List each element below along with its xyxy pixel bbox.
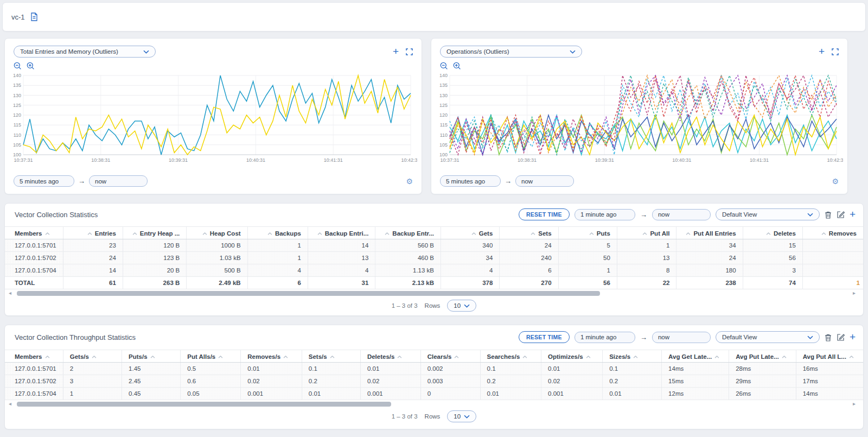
gear-icon[interactable]: ⚙	[832, 177, 839, 186]
chart-canvas-entries-memory[interactable]: 10:37:3110:38:3110:39:3110:40:3110:41:31…	[8, 72, 416, 167]
column-header[interactable]: Puts/s	[122, 350, 181, 363]
chevron-down-icon	[807, 335, 813, 339]
time-from-input[interactable]: 5 minutes ago	[440, 175, 501, 187]
expand-icon[interactable]	[832, 48, 839, 55]
column-header[interactable]: Backup Entri...	[308, 227, 375, 239]
zoom-in-icon[interactable]	[453, 62, 461, 70]
column-header[interactable]: Gets/s	[63, 350, 122, 363]
column-header[interactable]: Members	[5, 227, 63, 239]
scrollbar-thumb[interactable]	[17, 402, 391, 407]
scroll-left-icon[interactable]: ◂	[9, 290, 11, 296]
edit-view-icon[interactable]	[837, 333, 845, 341]
column-header-label: Sets	[538, 230, 551, 237]
time-to-input[interactable]: now	[89, 175, 148, 187]
chart-canvas-operations[interactable]: 10:37:3110:38:3110:39:3110:40:3110:41:31…	[435, 72, 842, 167]
table-cell: 26ms	[729, 388, 796, 400]
time-to-input[interactable]: now	[515, 175, 574, 187]
metric-select-value: Total Entries and Memory (Outliers)	[20, 48, 118, 55]
time-to-input[interactable]: now	[652, 332, 711, 343]
table-cell: 15	[743, 239, 802, 252]
view-select[interactable]: Default View	[716, 208, 820, 220]
column-header[interactable]: Put All Entries	[676, 227, 743, 239]
time-from-input[interactable]: 5 minutes ago	[14, 175, 74, 187]
table-cell: 2.13 kB	[375, 277, 441, 289]
delete-view-icon[interactable]	[825, 333, 832, 341]
svg-text:10:40:31: 10:40:31	[672, 157, 691, 163]
add-table-button[interactable]: +	[850, 333, 856, 341]
column-header[interactable]: Avg Put All L...	[796, 350, 863, 363]
column-header[interactable]: Optimizes/s	[541, 350, 603, 363]
sort-caret-icon	[330, 353, 335, 359]
sort-caret-icon	[92, 353, 97, 359]
metric-select[interactable]: Operations/s (Outliers)	[440, 46, 582, 58]
column-header[interactable]: Members	[5, 350, 63, 363]
column-header[interactable]: Put All	[617, 227, 676, 239]
table-cell: 127.0.0.1:5702	[5, 252, 63, 264]
zoom-in-icon[interactable]	[27, 62, 35, 70]
table-header-row: MembersEntriesEntry Heap ...Heap CostBac…	[5, 227, 863, 239]
zoom-out-icon[interactable]	[14, 62, 22, 70]
zoom-out-icon[interactable]	[440, 62, 448, 70]
table-cell: 340	[441, 239, 500, 252]
scroll-left-icon[interactable]: ◂	[9, 401, 11, 407]
sort-caret-icon	[821, 230, 826, 236]
column-header[interactable]: Deletes	[743, 227, 802, 239]
column-header[interactable]: Backup Entr...	[375, 227, 441, 239]
expand-icon[interactable]	[406, 48, 413, 55]
scrollbar-thumb[interactable]	[17, 291, 600, 296]
time-from-input[interactable]: 1 minute ago	[575, 209, 635, 220]
edit-view-icon[interactable]	[837, 211, 845, 219]
view-select[interactable]: Default View	[716, 331, 820, 343]
column-header[interactable]: Sets	[500, 227, 558, 239]
column-header[interactable]: Avg Get Late...	[662, 350, 729, 363]
table-title: Vector Collection Statistics	[15, 211, 98, 219]
column-header-label: Backup Entr...	[392, 230, 434, 237]
table-cell: 6	[247, 277, 308, 289]
column-header[interactable]: Avg Put Late...	[729, 350, 796, 363]
column-header[interactable]: Heap Cost	[187, 227, 247, 239]
table-cell: 14	[63, 264, 123, 277]
table-cell: 4	[247, 264, 308, 277]
table-cell: 24	[500, 239, 558, 252]
reset-time-button[interactable]: RESET TIME	[519, 331, 570, 343]
table-row: 127.0.0.1:570410.450.050.0010.010.00100.…	[5, 388, 863, 400]
column-header-label: Gets	[479, 230, 493, 237]
gear-icon[interactable]: ⚙	[406, 177, 413, 186]
column-header[interactable]: Deletes/s	[360, 350, 420, 363]
column-header[interactable]: Entries	[63, 227, 123, 239]
table-cell: 1.45	[122, 363, 181, 375]
column-header[interactable]: Searches/s	[480, 350, 541, 363]
page-size-select[interactable]: 10	[447, 410, 476, 422]
column-header[interactable]: Clears/s	[420, 350, 480, 363]
table-cell: 14	[308, 239, 375, 252]
time-to-input[interactable]: now	[652, 209, 711, 220]
add-chart-button[interactable]: +	[393, 48, 399, 55]
sort-caret-icon	[642, 230, 647, 236]
scroll-right-icon[interactable]: ▸	[853, 401, 856, 407]
time-from-input[interactable]: 1 minute ago	[575, 332, 635, 343]
table-cell: 0.02	[241, 375, 302, 388]
add-table-button[interactable]: +	[850, 211, 856, 218]
column-header[interactable]: Entry Heap ...	[123, 227, 187, 239]
sort-caret-icon	[202, 230, 207, 236]
column-header[interactable]: Removes/s	[241, 350, 302, 363]
column-header[interactable]: Removes	[802, 227, 863, 239]
document-icon[interactable]	[30, 12, 38, 21]
table-cell: 1	[617, 239, 676, 252]
scroll-right-icon[interactable]: ▸	[853, 290, 856, 296]
reset-time-button[interactable]: RESET TIME	[519, 208, 570, 220]
page-size-select[interactable]: 10	[447, 300, 476, 312]
column-header[interactable]: Put Alls/s	[181, 350, 241, 363]
column-header[interactable]: Sizes/s	[603, 350, 662, 363]
column-header[interactable]: Sets/s	[302, 350, 360, 363]
column-header[interactable]: Backups	[247, 227, 308, 239]
table-cell: 4	[441, 264, 500, 277]
column-header-label: Members	[15, 353, 42, 360]
svg-text:10:38:31: 10:38:31	[91, 157, 110, 163]
column-header[interactable]: Puts	[558, 227, 617, 239]
column-header[interactable]: Gets	[441, 227, 500, 239]
metric-select[interactable]: Total Entries and Memory (Outliers)	[14, 46, 156, 58]
delete-view-icon[interactable]	[825, 211, 832, 219]
table-cell: 0.2	[603, 375, 662, 388]
add-chart-button[interactable]: +	[819, 48, 825, 55]
